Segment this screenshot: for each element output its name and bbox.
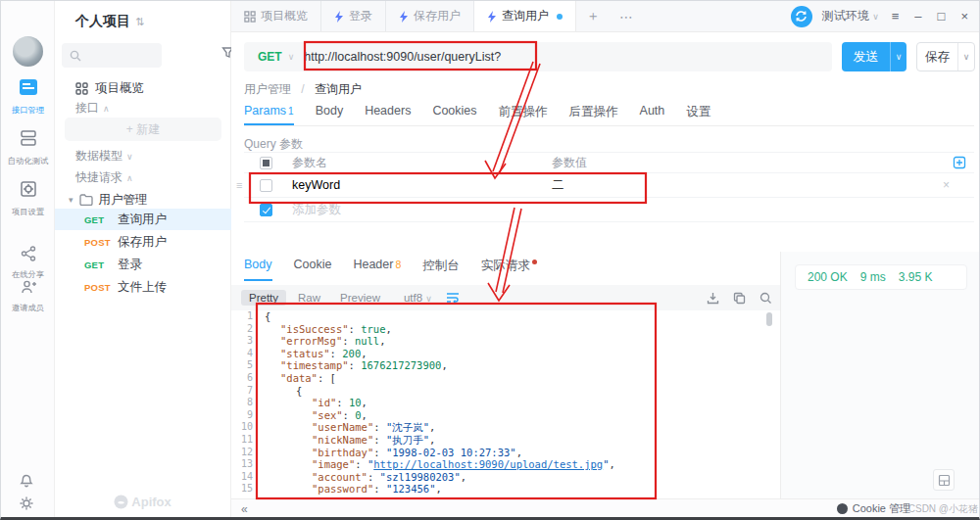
sidebar-item-overview[interactable]: 项目概览 (55, 77, 231, 99)
param-add-row[interactable]: 添加参数 (244, 198, 974, 222)
tree-item-save-user[interactable]: POST 保存用户 (55, 231, 231, 253)
tab-params[interactable]: Params1 (244, 104, 294, 125)
query-params-label: Query 参数 (244, 136, 303, 153)
tab-auth[interactable]: Auth (640, 104, 665, 125)
section-data-model[interactable]: 数据模型∨ (75, 148, 133, 165)
project-title[interactable]: 个人项目⇅ (75, 13, 144, 30)
param-enabled-checkbox[interactable] (260, 179, 272, 192)
param-name-input[interactable]: keyWord (292, 178, 552, 192)
res-tab-header[interactable]: Header8 (353, 258, 401, 281)
mode-pretty[interactable]: Pretty (241, 290, 286, 306)
method-select[interactable]: GET (244, 50, 288, 64)
breadcrumb: 用户管理 / 查询用户 (244, 81, 362, 98)
app-menu-button[interactable]: ≡ (889, 9, 903, 24)
param-value-input[interactable]: 二 (552, 177, 846, 194)
layout-toggle-button[interactable] (933, 469, 955, 491)
res-tab-actual-request[interactable]: 实际请求 (481, 258, 537, 281)
section-quick-request[interactable]: 快捷请求∧ (75, 169, 133, 186)
copy-icon[interactable] (733, 292, 746, 305)
share-icon (21, 246, 36, 261)
code-line: 7{ (231, 385, 780, 398)
params-count-badge: 1 (288, 106, 294, 117)
select-all-checkbox[interactable] (260, 157, 272, 169)
status-time: 9 ms (860, 270, 886, 284)
close-button[interactable]: × (957, 9, 971, 24)
chevron-down-icon: ∨ (425, 294, 432, 304)
search-icon[interactable] (760, 292, 772, 305)
search-input[interactable] (62, 43, 162, 68)
tab-pre-ops[interactable]: 前置操作 (499, 104, 548, 125)
response-body-editor[interactable]: 1{2"isSuccess": true,3"errorMsg": null,4… (231, 310, 780, 498)
tree-folder-user-management[interactable]: ▾ 用户管理 (55, 189, 231, 211)
code-line: 9"sex": 0, (231, 409, 780, 422)
minimize-button[interactable]: – (911, 9, 924, 24)
tree-item-query-user[interactable]: GET 查询用户 (55, 209, 231, 230)
add-param-placeholder[interactable]: 添加参数 (292, 202, 552, 218)
environment-select[interactable]: 测试环境 ∨ (822, 8, 879, 24)
res-tab-body[interactable]: Body (244, 258, 272, 281)
settings-doc-icon (19, 179, 38, 199)
tab-save-user[interactable]: 保存用户 (386, 1, 474, 31)
delete-row-icon[interactable]: × (943, 178, 950, 192)
breadcrumb-separator: / (301, 82, 304, 96)
sync-button[interactable] (791, 6, 812, 27)
download-icon[interactable] (707, 292, 719, 305)
send-button[interactable]: 发送 ∨ (842, 42, 906, 71)
tree-item-file-upload[interactable]: POST 文件上传 (55, 276, 231, 298)
word-wrap-icon[interactable] (446, 292, 460, 304)
notifications-bell-icon[interactable] (19, 472, 34, 488)
res-tab-console[interactable]: 控制台 (422, 258, 460, 281)
maximize-button[interactable]: □ (935, 9, 949, 24)
cookie-manager-button[interactable]: Cookie 管理 (837, 501, 910, 516)
tab-cookies[interactable]: Cookies (432, 104, 476, 125)
rail-item-project-settings[interactable]: 项目设置 (1, 179, 55, 218)
section-api[interactable]: 接口∧ (75, 100, 110, 117)
tab-settings[interactable]: 设置 (686, 104, 710, 125)
app-window: 接口管理 自动化测试 项目设置 在线分享 邀请成员 个人项目⇅ + (0, 0, 980, 520)
layers-icon (19, 128, 38, 148)
search-icon (70, 50, 81, 62)
chevron-down-icon: ∨ (126, 152, 133, 162)
param-row-keyword[interactable]: ≡ keyWord 二 × (244, 173, 974, 198)
rail-item-api-management[interactable]: 接口管理 (1, 77, 55, 117)
drag-handle-icon[interactable]: ≡ (236, 179, 242, 191)
breadcrumb-parent[interactable]: 用户管理 (244, 82, 291, 96)
save-options-caret[interactable]: ∨ (957, 43, 974, 71)
tab-query-user[interactable]: 查询用户 (474, 1, 576, 31)
settings-gear-icon[interactable] (19, 496, 34, 511)
main-area: 项目概览 登录 保存用户 查询用户 ＋ ⋯ 测试环境 ∨ (231, 1, 980, 518)
tab-more-button[interactable]: ⋯ (610, 1, 643, 31)
new-tab-button[interactable]: ＋ (576, 1, 610, 31)
tab-project-overview[interactable]: 项目概览 (231, 1, 321, 31)
new-api-button[interactable]: + 新建 (65, 118, 221, 141)
rail-item-invite-member[interactable]: 邀请成员 (1, 279, 55, 314)
cookie-label: Cookie 管理 (853, 501, 910, 516)
collapse-sidebar-button[interactable]: « (241, 502, 248, 516)
avatar[interactable] (13, 36, 43, 67)
editor-scrollbar[interactable] (766, 312, 772, 326)
tab-login[interactable]: 登录 (321, 1, 386, 31)
url-input[interactable]: http://localhost:9090/user/queryList? (304, 50, 501, 64)
tab-post-ops[interactable]: 后置操作 (569, 104, 618, 125)
folder-icon (79, 194, 93, 206)
status-code: 200 OK (808, 270, 848, 284)
add-row-checkbox[interactable] (260, 204, 272, 216)
method-badge: POST (84, 282, 118, 293)
magic-extract-icon[interactable] (953, 156, 966, 169)
rail-item-online-share[interactable]: 在线分享 (1, 246, 55, 281)
rail-label: 邀请成员 (3, 303, 53, 314)
mode-preview[interactable]: Preview (332, 290, 388, 306)
save-button[interactable]: 保存 ∨ (916, 42, 975, 71)
url-input-group[interactable]: GET ∨ http://localhost:9090/user/queryLi… (244, 42, 832, 71)
rail-item-auto-test[interactable]: 自动化测试 (1, 128, 55, 167)
response-meta-panel: 200 OK 9 ms 3.95 K (780, 252, 980, 498)
tab-label: 登录 (349, 8, 372, 24)
encoding-select[interactable]: utf8 ∨ (404, 292, 432, 304)
response-status-chip: 200 OK 9 ms 3.95 K (795, 264, 967, 290)
mode-raw[interactable]: Raw (290, 290, 328, 306)
tab-body[interactable]: Body (316, 104, 344, 125)
tree-item-login[interactable]: GET 登录 (55, 254, 231, 275)
tab-headers[interactable]: Headers (365, 104, 411, 125)
res-tab-cookie[interactable]: Cookie (294, 258, 332, 281)
send-options-caret[interactable]: ∨ (890, 42, 906, 71)
